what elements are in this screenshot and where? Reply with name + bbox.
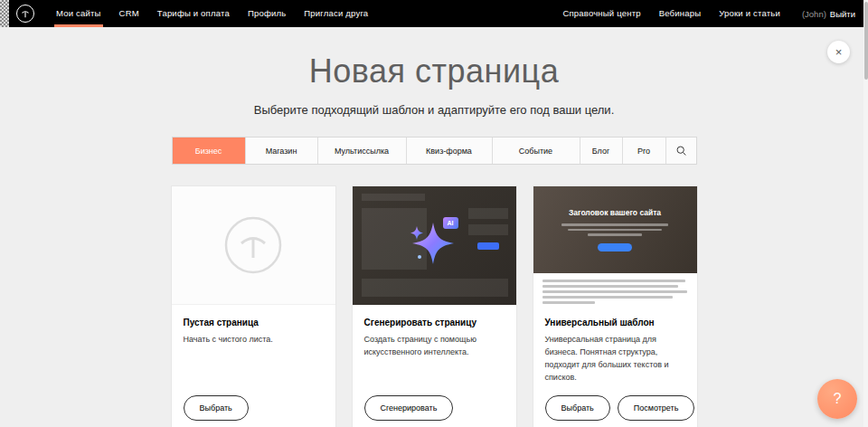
tab-search[interactable]	[665, 138, 696, 164]
tab-blog[interactable]: Блог	[580, 138, 622, 164]
preview-text-line	[561, 223, 668, 226]
nav-item-tariffs[interactable]: Тарифы и оплата	[148, 0, 239, 27]
vertical-scrollbar[interactable]	[863, 0, 868, 427]
close-icon: ×	[835, 45, 843, 59]
mock-button-chip	[477, 242, 499, 250]
logout-link[interactable]: Выйти	[830, 9, 855, 19]
nav-item-webinars[interactable]: Вебинары	[650, 0, 711, 27]
view-universal-button[interactable]: Посмотреть	[618, 395, 695, 421]
card-description: Начать с чистого листа.	[184, 334, 324, 346]
preview-text-line	[568, 229, 662, 232]
preview-hero: Заголовок вашего сайта	[533, 186, 697, 273]
nav-item-profile[interactable]: Профиль	[239, 0, 295, 27]
nav-item-my-sites[interactable]: Мои сайты	[47, 0, 110, 27]
card-ai-generate: AI Сгенерировать страницу Создать страни…	[353, 186, 516, 427]
preview-cta-button	[598, 243, 632, 251]
choose-universal-button[interactable]: Выбрать	[545, 395, 610, 421]
card-body: Пустая страница Начать с чистого листа. …	[172, 305, 335, 427]
question-icon: ?	[834, 391, 842, 407]
preview-text-line	[542, 280, 685, 282]
ai-badge: AI	[443, 217, 458, 229]
nav-item-invite-friend[interactable]: Пригласи друга	[295, 0, 377, 27]
user-name: (John)	[802, 9, 826, 19]
nav-item-lessons[interactable]: Уроки и статьи	[710, 0, 789, 27]
page-title: Новая страница	[0, 52, 868, 90]
ai-generate-preview[interactable]: AI	[353, 186, 516, 305]
card-blank-page: Пустая страница Начать с чистого листа. …	[172, 186, 335, 427]
mock-block	[468, 208, 508, 219]
nav-item-help-center[interactable]: Справочный центр	[553, 0, 649, 27]
help-button[interactable]: ?	[817, 379, 857, 419]
universal-template-preview[interactable]: Заголовок вашего сайта	[533, 186, 697, 305]
new-page-screen: Мои сайты CRM Тарифы и оплата Профиль Пр…	[0, 0, 868, 427]
card-description: Создать страницу с помощью искусственног…	[364, 334, 505, 359]
preview-text-line	[542, 290, 687, 293]
search-icon	[675, 145, 687, 157]
mock-block	[362, 194, 425, 201]
template-cards-row: Пустая страница Начать с чистого листа. …	[172, 186, 697, 427]
preview-text-line	[542, 301, 595, 304]
card-description: Универсальная страница для бизнеса. Поня…	[545, 334, 685, 384]
card-title: Универсальный шаблон	[545, 318, 685, 327]
nav-user-block: (John)Выйти	[789, 9, 855, 19]
tab-business[interactable]: Бизнес	[173, 138, 245, 164]
tab-event[interactable]: Событие	[492, 138, 580, 164]
generate-button[interactable]: Сгенерировать	[364, 395, 454, 421]
page-subtitle: Выберите подходящий шаблон и адаптируйте…	[0, 103, 868, 117]
nav-right-group: Справочный центр Вебинары Уроки и статьи…	[553, 0, 855, 27]
mock-block	[362, 279, 508, 297]
mock-block	[468, 224, 508, 235]
card-actions: Выбрать Посмотреть	[545, 384, 685, 421]
preview-text-line	[542, 285, 678, 288]
tab-quiz-form[interactable]: Квиз-форма	[406, 138, 492, 164]
nav-item-crm[interactable]: CRM	[110, 0, 148, 27]
scrollbar-thumb[interactable]	[864, 2, 868, 80]
preview-text-line	[542, 296, 673, 299]
card-universal-template: Заголовок вашего сайта Универсальный шаб…	[533, 186, 697, 427]
tilda-watermark-icon	[223, 215, 283, 275]
card-title: Пустая страница	[184, 318, 324, 327]
nav-left-group: Мои сайты CRM Тарифы и оплата Профиль Пр…	[47, 0, 377, 27]
tab-multilink[interactable]: Мультиссылка	[317, 138, 406, 164]
blank-page-preview[interactable]	[172, 186, 335, 305]
top-navbar: Мои сайты CRM Тарифы и оплата Профиль Пр…	[0, 0, 868, 27]
window-edge-texture	[0, 0, 9, 27]
preview-hero-title: Заголовок вашего сайта	[569, 208, 661, 217]
tab-pro[interactable]: Pro	[622, 138, 665, 164]
template-category-tabs: Бизнес Магазин Мультиссылка Квиз-форма С…	[172, 137, 697, 165]
card-actions: Выбрать	[184, 384, 324, 421]
tilda-logo-icon	[19, 7, 32, 20]
close-button[interactable]: ×	[827, 41, 850, 63]
choose-blank-button[interactable]: Выбрать	[184, 395, 249, 421]
preview-text-section	[533, 273, 697, 304]
tilda-logo[interactable]	[16, 5, 34, 23]
card-body: Универсальный шаблон Универсальная стран…	[533, 305, 697, 427]
preview-text-line	[588, 233, 642, 236]
card-actions: Сгенерировать	[364, 384, 505, 421]
card-body: Сгенерировать страницу Создать страницу …	[353, 305, 516, 427]
card-title: Сгенерировать страницу	[364, 318, 505, 327]
tab-store[interactable]: Магазин	[245, 138, 317, 164]
